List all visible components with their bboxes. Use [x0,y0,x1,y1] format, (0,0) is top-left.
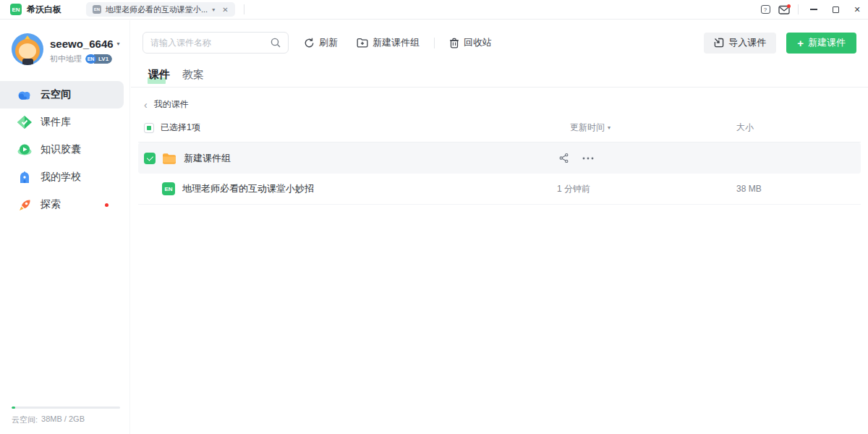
sidebar-item-knowledge-capsule[interactable]: 知识胶囊 [0,136,124,163]
new-group-label: 新建课件组 [373,36,420,49]
sidebar-item-label: 云空间 [41,88,71,101]
maximize-button[interactable] [825,0,846,19]
user-profile: seewo_6646 ▾ 初中地理 EN LV1 [0,20,129,65]
close-tab-icon[interactable]: ✕ [222,6,228,14]
sidebar-item-cloud-space[interactable]: 云空间 [0,81,124,109]
new-courseware-button[interactable]: + 新建课件 [786,33,856,54]
tab-courseware-label: 课件 [148,68,170,80]
tab-lesson-plan[interactable]: 教案 [182,68,204,83]
breadcrumb: ‹ 我的课件 [138,98,861,111]
document-tab-label: 地理老师必看的互动课堂小... [106,4,208,15]
capsule-icon [17,142,32,157]
search-box[interactable] [142,32,289,54]
plus-icon: + [797,38,804,48]
more-icon [582,157,594,160]
new-indicator-dot [105,203,109,207]
help-icon: ? [761,5,770,14]
level-badge-en: EN [85,54,96,64]
refresh-button[interactable]: 刷新 [304,36,338,49]
new-group-button[interactable]: 新建课件组 [357,36,420,49]
sidebar-item-label: 课件库 [41,116,71,129]
document-tab[interactable]: EN 地理老师必看的互动课堂小... ▾ ✕ [86,2,235,17]
refresh-icon [304,38,315,48]
caret-down-icon: ▾ [608,124,610,131]
cloud-icon [17,88,32,102]
gem-icon [17,115,32,129]
refresh-label: 刷新 [319,36,338,49]
titlebar: EN 希沃白板 EN 地理老师必看的互动课堂小... ▾ ✕ ? ✕ [0,0,868,20]
window-controls-divider [798,4,799,14]
tab-lesson-plan-label: 教案 [182,68,204,80]
share-icon [558,153,569,163]
document-icon: EN [93,5,101,14]
share-button[interactable] [557,152,570,165]
breadcrumb-label[interactable]: 我的课件 [154,98,189,111]
import-courseware-label: 导入课件 [728,36,766,49]
storage-usage: 38MB / 2GB [41,414,85,425]
row-checkbox[interactable] [144,153,156,164]
sidebar-item-explore[interactable]: 探索 [0,191,124,218]
file-updated-time: 1 分钟前 [557,183,733,195]
sidebar: seewo_6646 ▾ 初中地理 EN LV1 [0,20,130,434]
sidebar-item-courseware-library[interactable]: 课件库 [0,109,124,136]
recycle-bin-button[interactable]: 回收站 [449,36,492,49]
toolbar: 刷新 新建课件组 回收站 [142,32,856,54]
sidebar-item-my-school[interactable]: 我的学校 [0,163,124,191]
close-icon: ✕ [854,5,860,14]
toolbar-divider [434,38,435,48]
titlebar-divider [244,4,244,14]
notification-dot [787,4,791,8]
folder-name: 新建课件组 [184,152,231,165]
courseware-file-icon: EN [162,182,175,195]
folder-icon [162,153,176,164]
table-row-folder[interactable]: 新建课件组 [138,142,861,174]
storage-progress-fill [12,407,15,409]
file-name: 地理老师必看的互动课堂小妙招 [182,182,314,195]
selection-count-label: 已选择1项 [161,122,200,134]
search-icon [271,38,281,48]
import-courseware-button[interactable]: 导入课件 [704,33,776,54]
import-icon [714,38,724,48]
messages-button[interactable] [775,2,793,17]
level-badge: EN LV1 [85,54,112,64]
sidebar-item-label: 探索 [41,198,61,211]
size-header-label: 大小 [733,122,861,134]
storage-progress-bar [12,407,120,409]
new-courseware-label: 新建课件 [808,36,846,49]
close-window-button[interactable]: ✕ [846,0,868,19]
chevron-down-icon[interactable]: ▾ [212,7,215,13]
file-size: 38 MB [733,184,861,194]
table-row-file[interactable]: EN 地理老师必看的互动课堂小妙招 1 分钟前 38 MB [138,174,861,205]
sidebar-nav: 云空间 课件库 知识胶囊 [0,81,129,218]
storage-meter: 云空间: 38MB / 2GB [12,407,120,425]
app-logo-icon: EN [10,4,22,15]
sidebar-item-label: 我的学校 [41,171,81,184]
maximize-icon [833,7,839,13]
username-dropdown[interactable]: seewo_6646 ▾ [50,38,120,50]
chevron-left-icon[interactable]: ‹ [144,100,148,110]
avatar[interactable] [12,33,43,65]
tab-courseware[interactable]: 课件 [148,68,170,83]
username: seewo_6646 [50,38,114,50]
more-button[interactable] [582,152,595,165]
rocket-icon [17,197,32,212]
help-button[interactable]: ? [756,2,775,17]
content-tabs: 课件 教案 [131,64,868,88]
sidebar-item-label: 知识胶囊 [41,143,81,156]
minimize-button[interactable] [803,0,825,19]
time-header-label: 更新时间 [570,122,605,134]
school-icon [17,170,32,184]
sort-by-time-header[interactable]: 更新时间 ▾ [557,122,733,134]
level-badge-lv: LV1 [94,54,112,64]
app-name: 希沃白板 [27,4,61,16]
main-content: 刷新 新建课件组 回收站 [131,20,868,434]
list-header: 已选择1项 更新时间 ▾ 大小 [138,116,861,142]
search-input[interactable] [150,38,271,48]
recycle-bin-label: 回收站 [464,36,492,49]
user-subject: 初中地理 [50,54,82,64]
storage-label: 云空间: [12,414,38,425]
chevron-down-icon: ▾ [117,41,120,47]
trash-icon [449,38,459,48]
select-all-checkbox[interactable] [144,123,154,133]
folder-plus-icon [357,38,368,48]
